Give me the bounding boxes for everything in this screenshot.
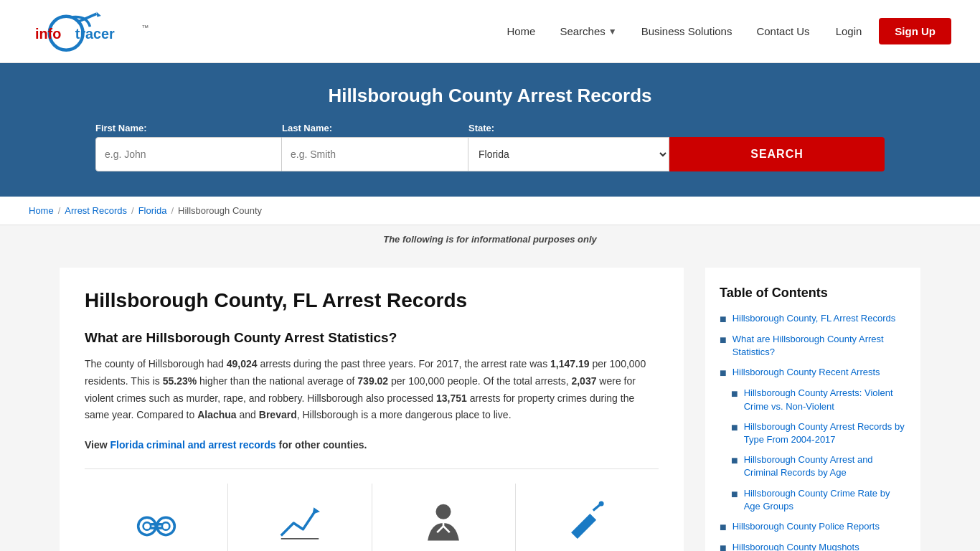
toc-link-3[interactable]: Hillsborough County Arrests: Violent Cri… <box>744 387 906 413</box>
svg-text:tracer: tracer <box>75 26 115 42</box>
nav-searches-label: Searches <box>560 25 605 37</box>
first-name-input[interactable] <box>95 137 282 171</box>
svg-point-7 <box>157 517 175 535</box>
toc-item: ■Hillsborough County Arrests: Violent Cr… <box>720 387 906 413</box>
icon-block-person <box>372 484 516 551</box>
chevron-down-icon: ▼ <box>608 27 617 37</box>
svg-point-8 <box>143 522 151 530</box>
toc-link-4[interactable]: Hillsborough County Arrest Records by Ty… <box>744 420 906 446</box>
paragraph-text-1d: higher than the national average of <box>197 375 357 387</box>
florida-records-link[interactable]: Florida criminal and arrest records <box>110 439 276 451</box>
toc-item: ■Hillsborough County Recent Arrests <box>720 366 906 380</box>
nav-login[interactable]: Login <box>826 19 872 43</box>
logo-icon: info tracer ™ <box>29 10 158 53</box>
svg-point-17 <box>599 501 604 506</box>
state-select[interactable]: AlabamaAlaskaArizonaArkansasCaliforniaCo… <box>468 137 669 171</box>
toc-list: ■Hillsborough County, FL Arrest Records■… <box>720 312 906 551</box>
person-icon <box>418 498 468 548</box>
svg-marker-12 <box>312 507 320 514</box>
svg-point-6 <box>138 517 156 535</box>
toc-bullet: ■ <box>720 367 727 380</box>
nav-business-solutions[interactable]: Business Solutions <box>633 19 741 43</box>
site-header: info tracer ™ Home Searches ▼ Business S… <box>0 0 980 63</box>
search-button[interactable]: SEARCH <box>669 137 885 171</box>
trend-icon <box>275 498 325 548</box>
link-before-text: View <box>85 439 110 451</box>
content-link-paragraph: View Florida criminal and arrest records… <box>85 437 659 454</box>
state-group: State: AlabamaAlaskaArizonaArkansasCalif… <box>468 123 669 171</box>
first-name-group: First Name: <box>95 123 282 171</box>
weapon-icon <box>562 498 612 548</box>
toc-link-8[interactable]: Hillsborough County Mugshots <box>732 541 859 551</box>
breadcrumb-separator-2: / <box>131 205 134 216</box>
svg-text:info: info <box>35 26 61 42</box>
toc-item: ■Hillsborough County Mugshots <box>720 541 906 551</box>
paragraph-bold-2: 1,147.19 <box>550 358 590 369</box>
link-after-text: for other counties. <box>276 439 367 451</box>
icons-row <box>85 468 659 551</box>
first-name-label: First Name: <box>95 123 282 133</box>
nav-home[interactable]: Home <box>498 19 544 43</box>
breadcrumb-bar: Home / Arrest Records / Florida / Hillsb… <box>0 197 980 225</box>
paragraph-bold-3: 55.23% <box>163 375 197 387</box>
toc-item: ■Hillsborough County Crime Rate by Age G… <box>720 487 906 513</box>
last-name-input[interactable] <box>282 137 468 171</box>
paragraph-bold-8: Brevard <box>259 409 297 420</box>
paragraph-text-1h: and <box>237 409 259 420</box>
toc-link-7[interactable]: Hillsborough County Police Reports <box>732 520 880 533</box>
toc-title: Table of Contents <box>720 286 906 301</box>
last-name-label: Last Name: <box>282 123 468 133</box>
content-title: Hillsborough County, FL Arrest Records <box>85 289 659 312</box>
toc-item: ■Hillsborough County Arrest Records by T… <box>720 420 906 446</box>
nav-searches[interactable]: Searches ▼ <box>551 19 625 43</box>
breadcrumb-florida[interactable]: Florida <box>138 205 167 216</box>
svg-marker-2 <box>97 11 101 17</box>
paragraph-bold-5: 2,037 <box>571 375 596 387</box>
main-nav: Home Searches ▼ Business Solutions Conta… <box>498 18 951 44</box>
main-content: Hillsborough County, FL Arrest Records W… <box>31 253 949 551</box>
toc-link-0[interactable]: Hillsborough County, FL Arrest Records <box>732 312 896 325</box>
toc-bullet: ■ <box>720 334 727 347</box>
paragraph-text-1b: arrests during the past three years. For… <box>258 358 551 369</box>
paragraph-bold-1: 49,024 <box>227 358 258 369</box>
toc-link-6[interactable]: Hillsborough County Crime Rate by Age Gr… <box>744 487 906 513</box>
toc-bullet: ■ <box>720 313 727 326</box>
toc-link-1[interactable]: What are Hillsborough County Arrest Stat… <box>732 333 906 359</box>
icon-block-trend <box>228 484 372 551</box>
svg-point-14 <box>436 504 451 519</box>
logo[interactable]: info tracer ™ <box>29 10 158 53</box>
breadcrumb-home[interactable]: Home <box>29 205 54 216</box>
icon-block-arrests <box>85 484 228 551</box>
paragraph-text-1a: The county of Hillsborough had <box>85 358 227 369</box>
toc-link-5[interactable]: Hillsborough County Arrest and Criminal … <box>744 453 906 479</box>
svg-text:™: ™ <box>142 23 149 31</box>
last-name-group: Last Name: <box>282 123 468 171</box>
search-form: First Name: Last Name: State: AlabamaAla… <box>95 123 885 171</box>
paragraph-text-1i: , Hillsborough is a more dangerous place… <box>297 409 512 420</box>
paragraph-bold-7: Alachua <box>197 409 236 420</box>
paragraph-text-1e: per 100,000 people. Of the total arrests… <box>388 375 571 387</box>
signup-button[interactable]: Sign Up <box>879 18 951 44</box>
info-bar: The following is for informational purpo… <box>0 225 980 253</box>
state-label: State: <box>468 123 669 133</box>
breadcrumb-separator-3: / <box>171 205 174 216</box>
toc-bullet: ■ <box>720 542 727 551</box>
nav-contact-us[interactable]: Contact Us <box>748 19 818 43</box>
info-bar-text: The following is for informational purpo… <box>383 234 597 245</box>
content-area: Hillsborough County, FL Arrest Records W… <box>60 268 684 551</box>
icon-block-weapon <box>516 484 659 551</box>
toc-bullet: ■ <box>720 521 727 534</box>
toc-link-2[interactable]: Hillsborough County Recent Arrests <box>732 366 880 379</box>
breadcrumb-arrest-records[interactable]: Arrest Records <box>65 205 127 216</box>
toc-bullet: ■ <box>731 488 738 501</box>
content-paragraph-1: The county of Hillsborough had 49,024 ar… <box>85 356 659 424</box>
toc-item: ■Hillsborough County Police Reports <box>720 520 906 534</box>
breadcrumb-current: Hillsborough County <box>178 205 262 216</box>
toc-item: ■What are Hillsborough County Arrest Sta… <box>720 333 906 359</box>
breadcrumb: Home / Arrest Records / Florida / Hillsb… <box>29 205 951 216</box>
paragraph-bold-6: 13,751 <box>436 392 467 404</box>
toc-bullet: ■ <box>731 421 738 434</box>
sidebar: Table of Contents ■Hillsborough County, … <box>705 268 920 551</box>
svg-point-9 <box>162 522 170 530</box>
toc-item: ■Hillsborough County Arrest and Criminal… <box>720 453 906 479</box>
